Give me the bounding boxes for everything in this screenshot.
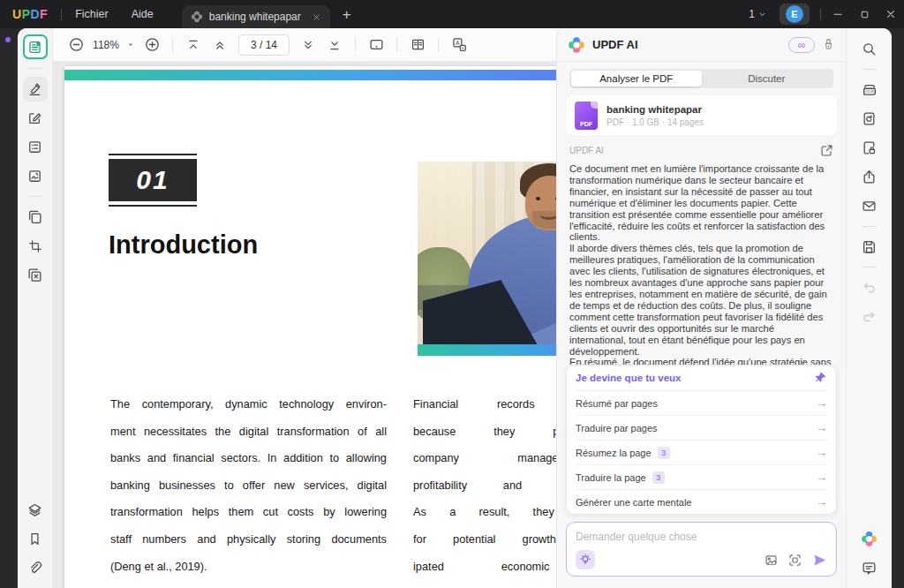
tool-reader[interactable] [23, 34, 48, 59]
document-toolbar: 118% [53, 28, 556, 62]
window-edge-left [0, 28, 18, 588]
tool-comment[interactable] [23, 77, 48, 102]
account-button[interactable]: E [780, 4, 810, 25]
first-page-button[interactable] [181, 33, 206, 57]
photo-gradient-bar [418, 344, 556, 356]
reading-mode-button[interactable] [405, 33, 430, 57]
ai-section-row: UPDF AI [569, 144, 833, 157]
suggestion-generer-carte-mentale[interactable]: Générer une carte mentale → [576, 489, 827, 514]
tool-save[interactable] [857, 235, 882, 260]
suggestion-resumez-la-page[interactable]: Résumez la page 3 → [576, 440, 827, 464]
divider [396, 38, 397, 51]
close-button[interactable] [878, 1, 904, 27]
pdf-viewer[interactable]: 01 Introduction [53, 62, 556, 588]
last-page-button[interactable] [322, 33, 347, 57]
notification-dot [5, 37, 11, 42]
unlimited-badge[interactable]: ∞ [788, 37, 815, 53]
previous-page-button[interactable] [207, 33, 232, 57]
suggestions-card: Je devine que tu veux Résumé par pages →… [566, 365, 837, 515]
presentation-icon [369, 37, 384, 52]
tab-close-icon[interactable] [312, 12, 321, 22]
tool-undo[interactable] [857, 275, 882, 300]
menu-fichier[interactable]: Fichier [75, 8, 109, 20]
suggestion-resume-par-pages[interactable]: Résumé par pages → [576, 390, 827, 415]
suggestion-traduire-par-pages[interactable]: Traduire par pages → [576, 415, 827, 440]
suggestions-header: Je devine que tu veux [576, 366, 827, 390]
tool-forms[interactable] [23, 135, 48, 160]
tool-extract[interactable] [23, 263, 48, 288]
document-tab[interactable]: banking whitepapar [182, 5, 330, 28]
tab-analyser-le-pdf[interactable]: Analyser le PDF [571, 71, 702, 87]
tool-email[interactable] [857, 194, 882, 219]
chapter-title: Introduction [109, 230, 258, 260]
double-chevron-up-icon [213, 38, 227, 52]
mail-icon [862, 199, 877, 214]
ask-box [566, 522, 837, 577]
chapter-number: 01 [109, 159, 197, 201]
maximize-button[interactable] [851, 1, 878, 27]
zoom-out-button[interactable] [64, 33, 88, 57]
app-body: 118% [0, 28, 904, 588]
brush-icon [822, 38, 835, 51]
menu-aide[interactable]: Aide [132, 8, 154, 20]
suggestion-traduire-la-page[interactable]: Traduire la page 3 → [576, 464, 827, 489]
tool-edit[interactable] [23, 106, 48, 131]
updf-window: UPDF Fichier Aide banking whitepapar + 1… [0, 0, 904, 588]
external-link-icon [820, 144, 833, 157]
text-column-left: The contemporary, dynamic technology env… [110, 391, 387, 580]
extract-icon [27, 268, 42, 283]
crop-icon [28, 239, 42, 253]
clear-conversation-button[interactable] [822, 38, 835, 51]
open-in-window-button[interactable] [820, 144, 833, 157]
left-toolbar [18, 28, 53, 588]
divider [355, 38, 356, 51]
ai-section-label: UPDF AI [569, 146, 604, 155]
new-tab-button[interactable]: + [343, 7, 351, 22]
attach-image-button[interactable] [765, 554, 778, 567]
tool-redo[interactable] [857, 305, 882, 329]
send-button[interactable] [812, 553, 827, 568]
tool-layers[interactable] [23, 498, 48, 523]
window-content: 118% [18, 28, 892, 588]
comment-icon [862, 561, 877, 576]
tool-ocr[interactable] [857, 78, 882, 102]
file-card[interactable]: PDF banking whitepapar PDF · 1.0 GB · 14… [566, 95, 837, 136]
pages-icon [27, 209, 42, 224]
presentation-button[interactable] [364, 33, 388, 57]
pin-button[interactable] [815, 372, 827, 384]
search-icon [862, 41, 877, 57]
chevron-down-icon [757, 10, 767, 19]
tool-organize-pages[interactable] [23, 205, 48, 230]
minimize-button[interactable] [825, 1, 851, 27]
tool-bookmarks[interactable] [23, 527, 48, 552]
reader-icon [27, 40, 42, 55]
page-number-input[interactable] [238, 34, 290, 56]
arrow-right-icon: → [816, 396, 827, 410]
translate-button[interactable] [447, 33, 471, 57]
bookmark-icon [27, 531, 42, 547]
zoom-dropdown[interactable] [124, 33, 138, 57]
divider [820, 9, 821, 20]
window-count-dropdown[interactable]: 1 [749, 8, 767, 20]
zoom-in-button[interactable] [139, 33, 164, 57]
tool-protect[interactable] [857, 136, 882, 161]
titlebar: UPDF Fichier Aide banking whitepapar + 1… [0, 0, 904, 28]
pdf-page: 01 Introduction [64, 66, 556, 588]
tab-discuter[interactable]: Discuter [702, 71, 832, 87]
screenshot-button[interactable] [788, 554, 802, 567]
tool-share[interactable] [857, 165, 882, 190]
prompt-ideas-button[interactable] [576, 550, 595, 569]
ask-input[interactable] [576, 531, 827, 543]
zoom-in-icon [145, 37, 160, 52]
screenshot-icon [788, 554, 802, 567]
tool-crop[interactable] [23, 234, 48, 259]
tool-updf-ai[interactable] [857, 527, 882, 552]
tool-rotate[interactable] [857, 107, 882, 132]
edit-icon [27, 110, 42, 125]
tool-attachments[interactable] [23, 556, 48, 581]
tool-search[interactable] [857, 37, 882, 62]
translate-icon [452, 37, 467, 52]
tool-feedback[interactable] [857, 556, 882, 581]
next-page-button[interactable] [296, 33, 320, 57]
tool-sign[interactable] [23, 164, 48, 189]
